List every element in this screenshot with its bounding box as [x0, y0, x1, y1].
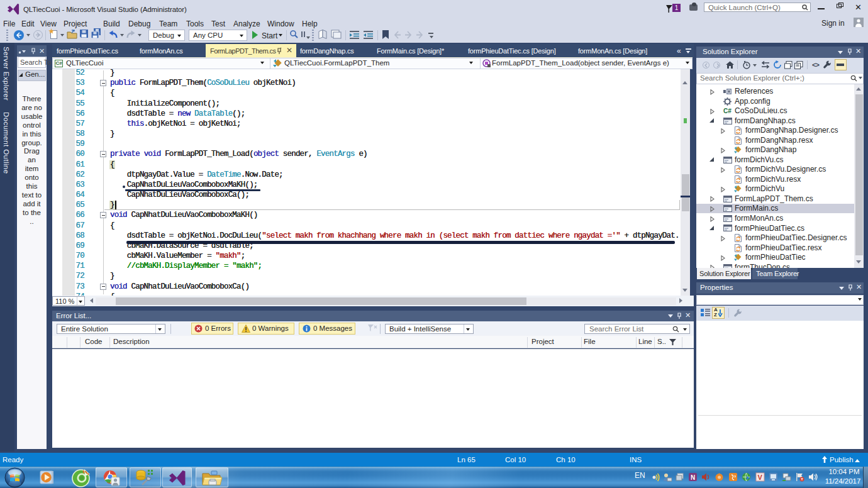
svg-text:V: V [758, 474, 763, 481]
svg-text:N: N [691, 474, 695, 481]
